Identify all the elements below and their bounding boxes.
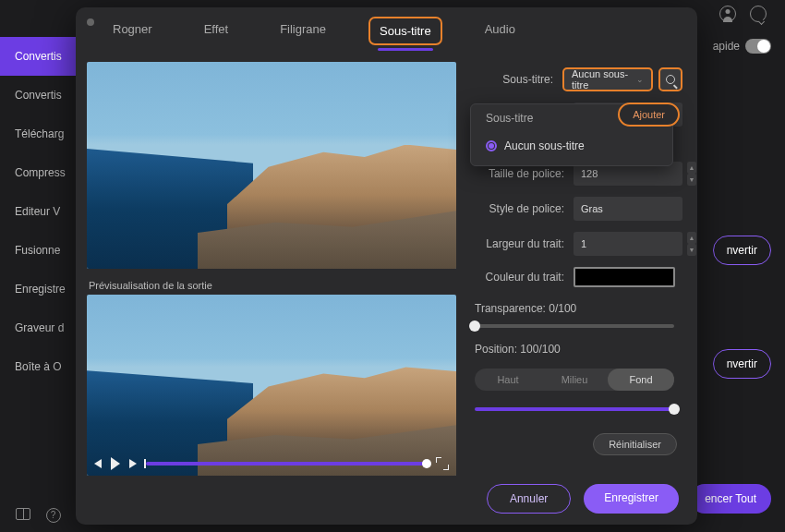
next-icon [129, 459, 137, 468]
sidebar-item-convertis[interactable]: Convertis [0, 37, 76, 76]
stroke-width-stepper[interactable]: ▲▼ [685, 232, 696, 256]
sidebar-item-boite[interactable]: Boîte à O [0, 347, 76, 386]
stroke-width-input[interactable]: 1 ▲▼ [574, 232, 682, 256]
font-style-select[interactable]: Gras [574, 197, 682, 221]
convert-button[interactable]: nvertir [713, 236, 771, 265]
chevron-down-icon: ⌄ [636, 75, 644, 84]
transparency-label: Transparence: 0/100 [475, 302, 682, 315]
avatar-icon[interactable] [719, 6, 736, 22]
seg-fond[interactable]: Fond [608, 369, 674, 391]
start-all-button[interactable]: encer Tout [690, 484, 771, 514]
seek-slider[interactable] [146, 462, 427, 466]
subtitle-dropdown[interactable]: Aucun sous-titre ⌄ [562, 67, 653, 91]
prev-frame-button[interactable] [94, 459, 102, 468]
seg-milieu[interactable]: Milieu [541, 369, 608, 391]
next-frame-button[interactable] [129, 459, 137, 468]
play-icon [111, 457, 120, 470]
preview-original [87, 62, 456, 269]
tab-audio[interactable]: Audio [476, 17, 525, 45]
play-button[interactable] [111, 457, 120, 470]
search-subtitle-button[interactable] [658, 67, 682, 91]
radio-on-icon [486, 140, 497, 151]
subtitle-label: Sous-titre: [502, 73, 553, 86]
font-size-label: Taille de police: [489, 167, 564, 180]
book-icon[interactable] [16, 508, 30, 520]
stroke-color-label: Couleur du trait: [486, 271, 564, 284]
window-close-dot[interactable] [87, 18, 94, 26]
cancel-button[interactable]: Annuler [487, 484, 571, 514]
stroke-width-label: Largeur du trait: [486, 237, 564, 250]
position-label: Position: 100/100 [475, 343, 682, 356]
tabs: Rogner Effet Filigrane Sous-titre Audio [76, 17, 697, 51]
convert-button[interactable]: nvertir [713, 349, 771, 379]
rapide-toggle[interactable] [745, 39, 771, 54]
tab-effet[interactable]: Effet [195, 17, 238, 45]
sidebar-item-compress[interactable]: Compress [0, 153, 76, 192]
sidebar-item-graveur[interactable]: Graveur d [0, 308, 76, 347]
chat-icon[interactable] [750, 6, 767, 22]
seg-haut[interactable]: Haut [475, 369, 541, 391]
help-icon[interactable]: ? [46, 508, 61, 523]
dd-item-none[interactable]: Aucun sous-titre [480, 134, 663, 158]
position-segment: Haut Milieu Fond [475, 369, 674, 391]
sidebar-item-telecharg[interactable]: Télécharg [0, 115, 76, 153]
font-style-label: Style de police: [489, 202, 564, 215]
position-slider[interactable] [475, 407, 674, 411]
search-icon [666, 75, 675, 84]
sidebar-item-convertis2[interactable]: Convertis [0, 76, 76, 115]
subtitle-dropdown-menu: Ajouter Sous-titre Aucun sous-titre [470, 103, 673, 166]
fullscreen-button[interactable] [436, 457, 449, 470]
sidebar-item-enregistre[interactable]: Enregistre [0, 270, 76, 308]
add-subtitle-button[interactable]: Ajouter [618, 103, 680, 127]
reset-button[interactable]: Réinitialiser [593, 433, 677, 455]
rapide-label: apide [713, 40, 740, 53]
tab-rogner[interactable]: Rogner [103, 17, 162, 45]
transparency-slider[interactable] [475, 324, 674, 328]
prev-icon [94, 459, 102, 468]
preview-output-label: Prévisualisation de la sortie [89, 280, 456, 291]
font-size-stepper[interactable]: ▲▼ [685, 162, 696, 186]
stroke-color-swatch[interactable] [574, 267, 675, 287]
save-button[interactable]: Enregistrer [584, 484, 679, 514]
sidebar-item-editeur[interactable]: Editeur V [0, 192, 76, 231]
sidebar: Convertis Convertis Télécharg Compress E… [0, 37, 76, 386]
tab-sous-titre[interactable]: Sous-titre [368, 17, 442, 45]
subtitle-modal: Rogner Effet Filigrane Sous-titre Audio … [76, 7, 697, 525]
tab-filigrane[interactable]: Filigrane [271, 17, 335, 45]
sidebar-item-fusionne[interactable]: Fusionne [0, 231, 76, 270]
preview-output [87, 295, 456, 476]
fullscreen-icon [436, 457, 449, 470]
